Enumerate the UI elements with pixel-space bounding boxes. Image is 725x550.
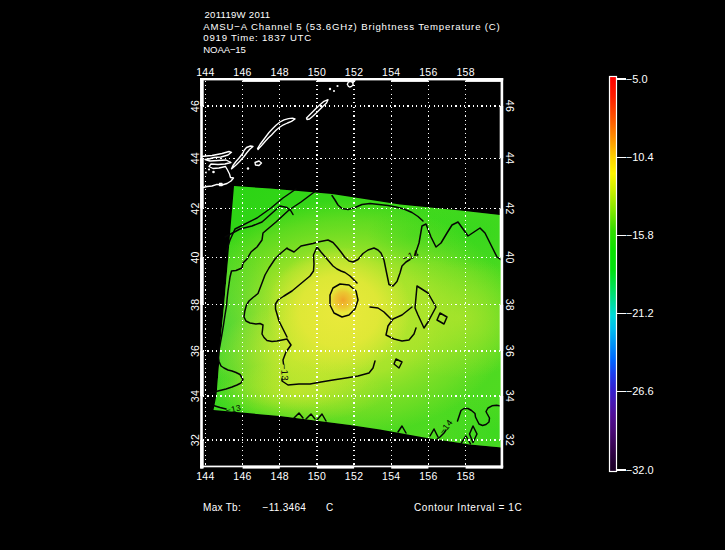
svg-text:38: 38 — [504, 299, 516, 311]
svg-text:Contour Interval = 1C: Contour Interval = 1C — [414, 502, 522, 513]
svg-text:−32.0: −32.0 — [626, 464, 654, 476]
svg-text:C: C — [326, 502, 334, 513]
svg-text:−21.2: −21.2 — [626, 307, 654, 319]
svg-text:150: 150 — [308, 66, 326, 78]
svg-text:201119W 2011: 201119W 2011 — [205, 9, 271, 20]
svg-text:−13: −13 — [279, 364, 291, 381]
svg-text:−26.6: −26.6 — [626, 385, 654, 397]
svg-text:44: 44 — [189, 152, 201, 164]
svg-text:−5.0: −5.0 — [626, 73, 648, 85]
svg-text:NOAA−15: NOAA−15 — [203, 44, 245, 55]
svg-text:146: 146 — [233, 66, 251, 78]
svg-text:42: 42 — [504, 202, 516, 214]
svg-text:156: 156 — [419, 470, 437, 482]
svg-text:40: 40 — [189, 251, 201, 263]
svg-text:144: 144 — [196, 66, 214, 78]
svg-text:34: 34 — [504, 390, 516, 402]
svg-text:146: 146 — [233, 470, 251, 482]
svg-text:0919 Time: 1837 UTC: 0919 Time: 1837 UTC — [203, 32, 312, 43]
svg-text:46: 46 — [504, 100, 516, 112]
svg-text:154: 154 — [382, 470, 400, 482]
svg-text:148: 148 — [271, 66, 289, 78]
svg-text:32: 32 — [189, 434, 201, 446]
svg-text:−15.8: −15.8 — [626, 229, 654, 241]
svg-text:44: 44 — [504, 152, 516, 164]
svg-text:34: 34 — [189, 390, 201, 402]
svg-text:−10.4: −10.4 — [626, 151, 654, 163]
svg-text:156: 156 — [419, 66, 437, 78]
svg-text:150: 150 — [308, 470, 326, 482]
svg-text:42: 42 — [189, 202, 201, 214]
svg-text:144: 144 — [196, 470, 214, 482]
svg-text:46: 46 — [189, 100, 201, 112]
svg-text:36: 36 — [504, 345, 516, 357]
svg-text:36: 36 — [189, 345, 201, 357]
svg-text:158: 158 — [456, 66, 474, 78]
svg-text:154: 154 — [382, 66, 400, 78]
svg-text:152: 152 — [345, 470, 363, 482]
svg-text:Max Tb:: Max Tb: — [203, 502, 241, 513]
svg-text:AMSU−A Channel 5 (53.6GHz) Bri: AMSU−A Channel 5 (53.6GHz) Brightness Te… — [203, 21, 500, 32]
svg-text:152: 152 — [345, 66, 363, 78]
svg-text:32: 32 — [504, 434, 516, 446]
svg-text:148: 148 — [271, 470, 289, 482]
svg-text:−11.3464: −11.3464 — [263, 502, 307, 513]
svg-text:38: 38 — [189, 299, 201, 311]
svg-text:40: 40 — [504, 251, 516, 263]
svg-text:158: 158 — [456, 470, 474, 482]
